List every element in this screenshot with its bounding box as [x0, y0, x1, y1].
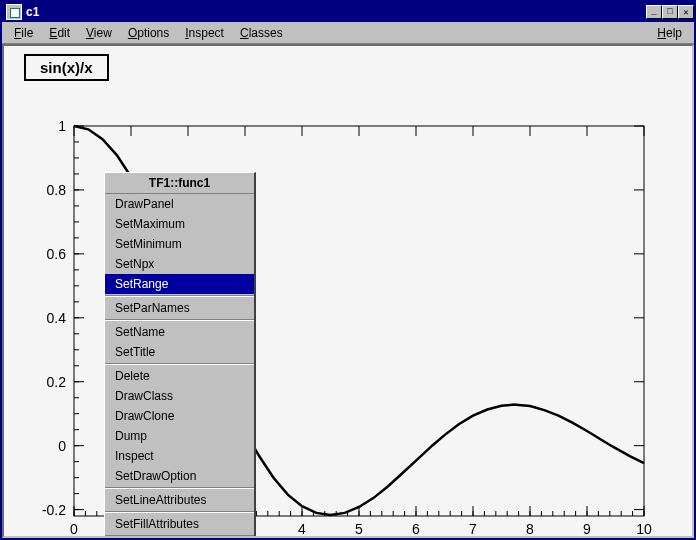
maximize-button[interactable]: □ — [662, 5, 678, 19]
context-menu-item-settitle[interactable]: SetTitle — [105, 342, 254, 362]
context-menu-item-setmaximum[interactable]: SetMaximum — [105, 214, 254, 234]
context-menu-item-setdrawoption[interactable]: SetDrawOption — [105, 466, 254, 486]
window-controls: _ □ ✕ — [646, 5, 694, 19]
context-menu-item-setlineattributes[interactable]: SetLineAttributes — [105, 490, 254, 510]
y-tick-label: 1 — [58, 118, 66, 134]
context-menu-item-setname[interactable]: SetName — [105, 322, 254, 342]
app-icon — [6, 4, 22, 20]
context-menu-item-setfillattributes[interactable]: SetFillAttributes — [105, 514, 254, 534]
menu-options[interactable]: Options — [120, 24, 177, 42]
minimize-button[interactable]: _ — [646, 5, 662, 19]
close-button[interactable]: ✕ — [678, 5, 694, 19]
app-window: c1 _ □ ✕ File Edit View Options Inspect … — [0, 0, 696, 540]
menu-classes[interactable]: Classes — [232, 24, 291, 42]
y-tick-label: -0.2 — [42, 502, 66, 518]
y-tick-label: 0.4 — [47, 310, 67, 326]
context-menu-item-drawclass[interactable]: DrawClass — [105, 386, 254, 406]
context-menu-item-setnpx[interactable]: SetNpx — [105, 254, 254, 274]
context-menu-item-drawpanel[interactable]: DrawPanel — [105, 194, 254, 214]
y-tick-label: 0.2 — [47, 374, 67, 390]
y-tick-label: 0.8 — [47, 182, 67, 198]
context-menu-separator — [105, 487, 254, 489]
context-menu-item-inspect[interactable]: Inspect — [105, 446, 254, 466]
context-menu-item-setparnames[interactable]: SetParNames — [105, 298, 254, 318]
menu-edit[interactable]: Edit — [41, 24, 78, 42]
window-title: c1 — [26, 5, 646, 19]
context-menu-separator — [105, 511, 254, 513]
context-menu-item-delete[interactable]: Delete — [105, 366, 254, 386]
context-menu-item-dump[interactable]: Dump — [105, 426, 254, 446]
x-tick-label: 5 — [355, 521, 363, 537]
context-menu-item-setminimum[interactable]: SetMinimum — [105, 234, 254, 254]
titlebar: c1 _ □ ✕ — [2, 2, 694, 22]
menubar: File Edit View Options Inspect Classes H… — [2, 22, 694, 44]
x-tick-label: 8 — [526, 521, 534, 537]
menu-view[interactable]: View — [78, 24, 120, 42]
context-menu-header: TF1::func1 — [105, 173, 254, 194]
x-tick-label: 6 — [412, 521, 420, 537]
menu-help[interactable]: Help — [649, 24, 690, 42]
context-menu-item-setrange[interactable]: SetRange — [105, 274, 254, 294]
x-tick-label: 10 — [636, 521, 652, 537]
context-menu: TF1::func1 DrawPanelSetMaximumSetMinimum… — [104, 172, 256, 538]
menu-file[interactable]: File — [6, 24, 41, 42]
y-tick-label: 0.6 — [47, 246, 67, 262]
y-tick-label: 0 — [58, 438, 66, 454]
context-menu-separator — [105, 295, 254, 297]
x-tick-label: 7 — [469, 521, 477, 537]
context-menu-item-drawclone[interactable]: DrawClone — [105, 406, 254, 426]
context-menu-separator — [105, 535, 254, 537]
x-tick-label: 4 — [298, 521, 306, 537]
context-menu-separator — [105, 319, 254, 321]
menu-inspect[interactable]: Inspect — [177, 24, 232, 42]
canvas-area[interactable]: sin(x)/x 012345678910 -0.200.20.40.60.81… — [2, 44, 694, 538]
x-tick-label: 0 — [70, 521, 78, 537]
x-tick-label: 9 — [583, 521, 591, 537]
context-menu-separator — [105, 363, 254, 365]
